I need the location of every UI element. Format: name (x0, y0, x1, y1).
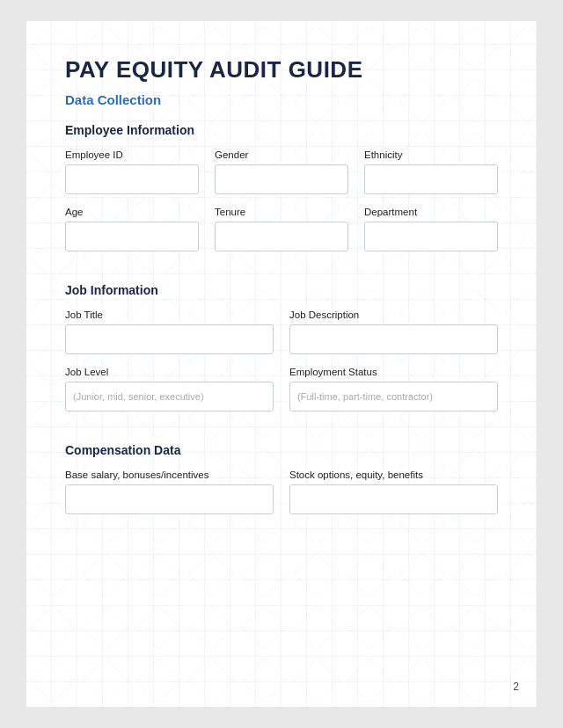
compensation-heading: Compensation Data (65, 443, 498, 457)
ethnicity-field: Ethnicity (364, 149, 498, 194)
job-row-2: Job Level Employment Status (65, 367, 498, 411)
job-level-input[interactable] (65, 382, 274, 411)
employee-info-section: Employee Information Employee ID Gender … (65, 123, 498, 251)
main-title: PAY EQUITY AUDIT GUIDE (65, 56, 498, 84)
base-salary-field: Base salary, bonuses/incentives (65, 470, 274, 514)
tenure-input[interactable] (215, 222, 348, 251)
stock-options-field: Stock options, equity, benefits (289, 470, 498, 514)
gender-label: Gender (215, 149, 348, 160)
department-label: Department (364, 207, 498, 217)
employment-status-label: Employment Status (289, 367, 498, 377)
job-title-label: Job Title (65, 309, 274, 320)
gender-field: Gender (215, 149, 348, 194)
employment-status-field: Employment Status (289, 367, 498, 411)
job-info-heading: Job Information (65, 283, 498, 297)
employment-status-input[interactable] (289, 382, 498, 411)
gender-input[interactable] (215, 164, 348, 194)
page-content: PAY EQUITY AUDIT GUIDE Data Collection E… (65, 56, 498, 514)
compensation-section: Compensation Data Base salary, bonuses/i… (65, 443, 498, 514)
job-info-section: Job Information Job Title Job Descriptio… (65, 283, 498, 411)
ethnicity-label: Ethnicity (364, 149, 498, 160)
tenure-label: Tenure (215, 207, 348, 217)
page-number: 2 (513, 681, 519, 693)
ethnicity-input[interactable] (364, 164, 498, 194)
stock-options-label: Stock options, equity, benefits (289, 470, 498, 480)
department-field: Department (364, 207, 498, 251)
age-label: Age (65, 207, 199, 217)
job-description-input[interactable] (289, 324, 498, 354)
age-input[interactable] (65, 222, 199, 251)
job-level-field: Job Level (65, 367, 274, 411)
department-input[interactable] (364, 222, 498, 251)
age-field: Age (65, 207, 199, 251)
job-title-input[interactable] (65, 324, 274, 354)
employee-row-1: Employee ID Gender Ethnicity (65, 149, 498, 194)
compensation-row-1: Base salary, bonuses/incentives Stock op… (65, 470, 498, 514)
page-container: PAY EQUITY AUDIT GUIDE Data Collection E… (26, 21, 537, 707)
employee-info-heading: Employee Information (65, 123, 498, 137)
base-salary-input[interactable] (65, 484, 274, 514)
job-description-field: Job Description (289, 309, 498, 354)
job-level-label: Job Level (65, 367, 274, 377)
job-description-label: Job Description (289, 309, 498, 320)
base-salary-label: Base salary, bonuses/incentives (65, 470, 274, 480)
employee-id-label: Employee ID (65, 149, 199, 160)
stock-options-input[interactable] (289, 484, 498, 514)
employee-id-field: Employee ID (65, 149, 199, 194)
job-title-field: Job Title (65, 309, 274, 354)
employee-row-2: Age Tenure Department (65, 207, 498, 251)
job-row-1: Job Title Job Description (65, 309, 498, 354)
tenure-field: Tenure (215, 207, 348, 251)
section-title: Data Collection (65, 92, 498, 107)
employee-id-input[interactable] (65, 164, 199, 194)
